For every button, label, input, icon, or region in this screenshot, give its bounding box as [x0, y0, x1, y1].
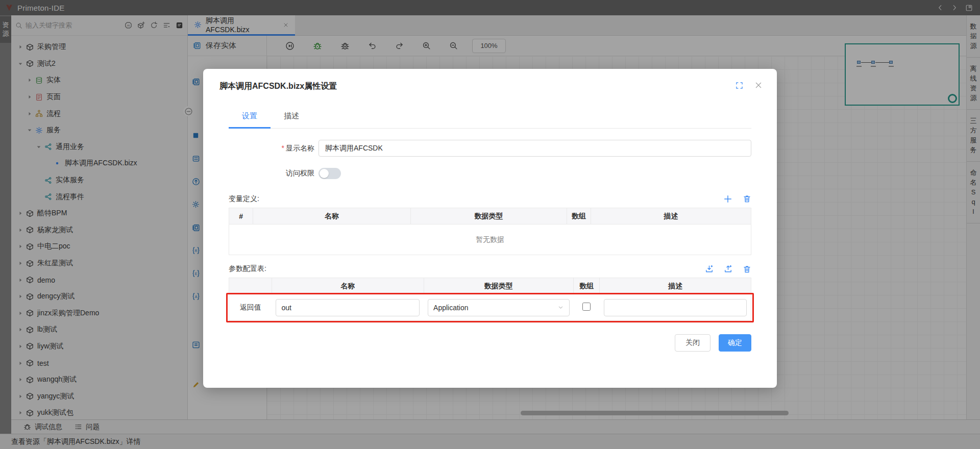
- params-label: 参数配置表:: [229, 264, 266, 273]
- import-icon[interactable]: [705, 265, 714, 273]
- required-mark: *: [282, 144, 284, 152]
- access-toggle[interactable]: [318, 168, 341, 179]
- dialog-header: 脚本调用AFCSDK.bizx属性设置: [203, 69, 777, 92]
- chevron-down-icon: [557, 304, 564, 311]
- param-name-input[interactable]: [276, 299, 420, 316]
- variables-col-header: #: [229, 208, 253, 224]
- toggle-knob: [320, 169, 329, 178]
- display-name-input[interactable]: [318, 140, 751, 157]
- plus-icon[interactable]: [723, 194, 732, 204]
- params-section-header: 参数配置表:: [229, 264, 751, 273]
- dialog-tab-描述[interactable]: 描述: [271, 111, 312, 128]
- param-datatype-select[interactable]: Application: [428, 299, 570, 316]
- close-icon[interactable]: [754, 81, 763, 89]
- params-col-header: [229, 278, 272, 294]
- params-col-header: 描述: [600, 278, 751, 294]
- access-label: 访问权限: [229, 169, 314, 178]
- variables-empty-text: 暂无数据: [229, 224, 751, 255]
- display-name-label: *显示名称: [229, 144, 314, 153]
- variables-col-header: 描述: [591, 208, 751, 224]
- param-desc-input[interactable]: [604, 299, 747, 316]
- properties-dialog: 脚本调用AFCSDK.bizx属性设置 设置描述 *显示名称 访问权限 变量定义…: [203, 69, 777, 388]
- access-row: 访问权限: [229, 168, 751, 179]
- export-icon[interactable]: [724, 265, 732, 273]
- params-col-header: 数据类型: [424, 278, 574, 294]
- variables-col-header: 名称: [253, 208, 411, 224]
- display-name-row: *显示名称: [229, 140, 751, 157]
- ok-button[interactable]: 确定: [719, 334, 751, 352]
- dialog-title: 脚本调用AFCSDK.bizx属性设置: [219, 82, 337, 90]
- variables-section-header: 变量定义:: [229, 194, 751, 204]
- variables-col-header: 数据类型: [410, 208, 567, 224]
- params-col-header: 名称: [272, 278, 424, 294]
- trash-icon[interactable]: [743, 265, 751, 273]
- dialog-body: 设置描述 *显示名称 访问权限 变量定义: #名称数据类型数组描述 暂无数据: [203, 111, 777, 352]
- dialog-tab-设置[interactable]: 设置: [229, 111, 271, 129]
- fullscreen-icon[interactable]: [736, 82, 743, 89]
- params-col-header: 数组: [574, 278, 600, 294]
- params-row: 返回值Application: [229, 294, 751, 321]
- trash-icon[interactable]: [743, 194, 751, 204]
- param-kind: 返回值: [229, 294, 272, 321]
- dialog-footer: 关闭 确定: [229, 334, 751, 352]
- close-button[interactable]: 关闭: [675, 334, 710, 352]
- app-window: Primeton-IDE 资源 AI 采购管理测试2实体页面流程服务通用业务脚本…: [0, 0, 980, 449]
- variables-table: #名称数据类型数组描述 暂无数据: [229, 208, 751, 255]
- variables-label: 变量定义:: [229, 194, 259, 204]
- param-array-checkbox[interactable]: [582, 303, 591, 311]
- variables-col-header: 数组: [567, 208, 591, 224]
- param-datatype-value: Application: [433, 304, 469, 312]
- dialog-tabs: 设置描述: [229, 111, 751, 129]
- params-table: 名称数据类型数组描述 返回值Application: [229, 278, 751, 321]
